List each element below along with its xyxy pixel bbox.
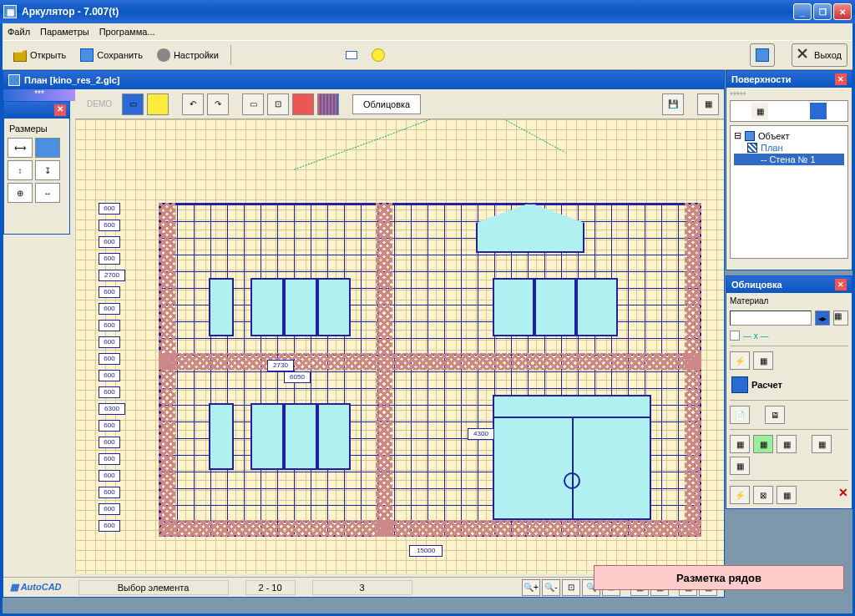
rowtool-3[interactable]: ▦ [777, 486, 797, 504]
dim-2730: 2730 [267, 360, 294, 371]
menu-program[interactable]: Программа... [99, 27, 155, 37]
menubar: Файл Параметры Программа... [3, 23, 852, 40]
gridtool-2[interactable]: ▦ [753, 435, 773, 453]
menu-file[interactable]: Файл [8, 27, 30, 37]
gridtool-1[interactable]: ▦ [730, 435, 750, 453]
plantool-rect2[interactable]: ⊡ [267, 93, 289, 115]
size-tool-2[interactable] [35, 138, 60, 158]
object-icon [745, 131, 755, 141]
size-tool-5[interactable]: ⊕ [8, 183, 33, 203]
dim-row: 600 [99, 437, 120, 448]
cladtool-1[interactable]: ⚡ [730, 351, 750, 370]
dim-row: 600 [99, 420, 120, 432]
menu-params[interactable]: Параметры [40, 27, 89, 37]
sizes-close-icon[interactable]: ✕ [54, 104, 66, 116]
drawing-canvas[interactable]: 600 600 600 600 2700 600 600 600 600 600… [75, 119, 724, 573]
plantool-right[interactable]: ▦ [697, 93, 719, 115]
open-icon [13, 48, 27, 62]
plantool-frame[interactable]: ▭ [122, 93, 144, 115]
surf-tool-2[interactable] [810, 103, 827, 119]
zoom-window-button[interactable]: ⊡ [562, 579, 580, 596]
window [576, 278, 618, 336]
surfaces-close-icon[interactable]: ✕ [835, 73, 847, 85]
hatch-mid [159, 353, 701, 370]
calc-icon [731, 376, 748, 393]
dim-15000: 15000 [409, 545, 443, 557]
dim-6050: 6050 [284, 371, 311, 383]
window [250, 278, 284, 336]
plan-tree-icon [747, 143, 757, 153]
dim-2700: 2700 [99, 270, 125, 281]
dim-row: 600 [99, 487, 120, 498]
plantool-redo[interactable]: ↷ [207, 93, 229, 115]
plantool-fill[interactable] [147, 93, 169, 115]
settings-icon [157, 48, 170, 62]
size-tool-1[interactable]: ⟷ [8, 138, 33, 158]
save-icon [80, 48, 94, 62]
open-button[interactable]: Открыть [8, 43, 72, 67]
plantool-undo[interactable]: ↶ [182, 93, 204, 115]
oblitsovka-button[interactable]: Облицовка [352, 94, 421, 114]
cladtool-2[interactable]: ▦ [753, 351, 773, 370]
zoom-in-button[interactable]: 🔍+ [522, 579, 540, 596]
close-button[interactable]: ✕ [833, 3, 852, 20]
surf-tool-1[interactable]: ▦ [751, 103, 768, 119]
exit-icon [797, 48, 811, 62]
dim-row: 600 [99, 253, 120, 265]
exit-button[interactable]: Выход [792, 43, 847, 67]
dim-6300: 6300 [99, 403, 125, 415]
surfaces-titlebar[interactable]: Поверхности ✕ [726, 71, 852, 88]
building-drawing: 15000 4300 2730 6050 [159, 136, 701, 553]
status-mode: Выбор элемента [78, 580, 229, 595]
cladtool-4[interactable]: 🖥 [765, 406, 785, 424]
rowtool-2[interactable]: ⊠ [753, 486, 773, 504]
hatch-left [159, 203, 175, 537]
cladding-close-icon[interactable]: ✕ [835, 279, 847, 290]
size-tool-4[interactable]: ↧ [35, 160, 60, 180]
size-tool-6[interactable]: ↔ [35, 183, 60, 203]
gridtool-3[interactable]: ▦ [777, 435, 797, 453]
gridtool-5[interactable]: ▦ [730, 457, 750, 475]
surfaces-tree[interactable]: ⊟Объект План -- Стена № 1 [730, 125, 848, 259]
plantool-rect1[interactable]: ▭ [242, 93, 264, 115]
window [284, 278, 317, 336]
autocad-label: ▦ AutoCAD [10, 582, 62, 593]
sizes-label: Размеры [8, 122, 66, 135]
demo-label: DEMO [80, 99, 119, 109]
cladtool-3[interactable]: 📄 [730, 406, 750, 424]
plan-icon [8, 74, 20, 86]
tree-wall1[interactable]: -- Стена № 1 [734, 154, 844, 165]
tree-plan[interactable]: План [734, 142, 844, 154]
delete-button[interactable]: ✕ [838, 486, 848, 504]
maximize-button[interactable]: ❐ [813, 3, 832, 20]
calculate-button[interactable]: Расчет [730, 375, 848, 395]
plantool-red[interactable] [292, 93, 314, 115]
material-grid-button[interactable]: ▦ [833, 311, 848, 326]
dim-row: 600 [99, 220, 120, 231]
line-checkbox[interactable] [730, 331, 740, 341]
dim-row: 600 [99, 336, 120, 348]
zoom-out-button[interactable]: 🔍- [542, 579, 560, 596]
minimize-button[interactable]: _ [793, 3, 812, 20]
calc-icon [756, 48, 769, 62]
material-pick-button[interactable]: ◂▸ [815, 311, 830, 326]
rowtool-1[interactable]: ⚡ [730, 486, 750, 504]
cladding-titlebar[interactable]: Облицовка ✕ [726, 276, 852, 293]
layout-button[interactable] [340, 43, 363, 67]
material-input[interactable] [730, 311, 812, 326]
material-label: Материал [730, 296, 848, 305]
gridtool-4[interactable]: ▦ [812, 435, 832, 453]
plantool-disk[interactable]: 💾 [662, 93, 684, 115]
layout-icon [346, 51, 357, 59]
status-value: 3 [312, 580, 412, 595]
calc-toolbar-button[interactable] [750, 43, 775, 67]
settings-button[interactable]: Настройки [151, 43, 225, 67]
size-tool-3[interactable]: ↕ [8, 160, 33, 180]
markup-rows-button[interactable]: Разметка рядов [594, 565, 844, 590]
save-button[interactable]: Сохранить [74, 43, 149, 67]
sizes-titlebar[interactable]: *** ✕ [4, 102, 69, 119]
plantool-stripes[interactable] [317, 93, 339, 115]
help-button[interactable] [366, 43, 391, 67]
status-range: 2 - 10 [245, 580, 296, 595]
tree-object[interactable]: ⊟Объект [734, 129, 844, 142]
